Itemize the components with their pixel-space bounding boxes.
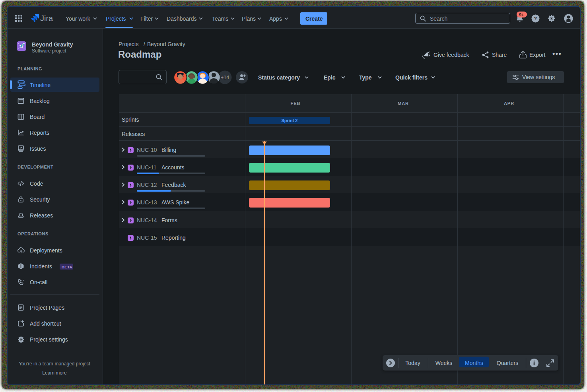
svg-text:+14: +14: [221, 75, 229, 80]
svg-text:?: ?: [534, 16, 537, 21]
